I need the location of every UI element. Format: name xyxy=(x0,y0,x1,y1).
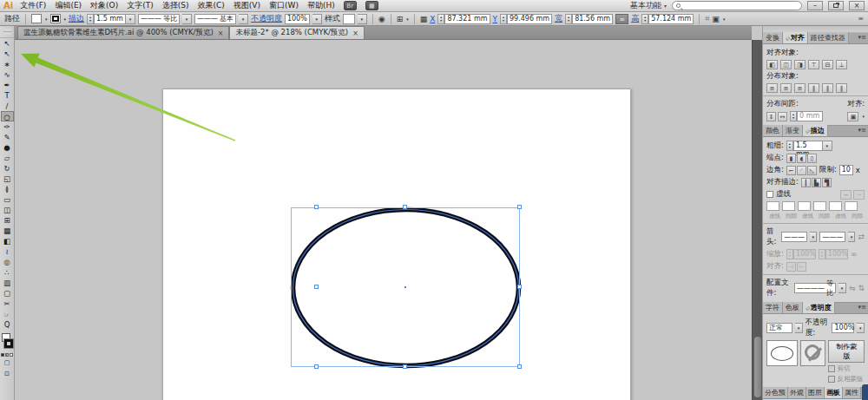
gap-field[interactable] xyxy=(813,201,826,211)
select-similar-icon[interactable]: ▣ xyxy=(712,15,720,23)
align-dash-icon[interactable]: ╌ xyxy=(853,190,865,200)
style-value[interactable] xyxy=(343,14,355,24)
fill-stroke-indicator[interactable] xyxy=(0,332,15,351)
profile-dropdown-icon[interactable]: ▾ xyxy=(182,14,192,24)
fill-dropdown-icon[interactable]: ▾ xyxy=(45,16,48,22)
selection-handle-w[interactable] xyxy=(314,285,319,289)
stroke-center-icon[interactable]: ┃ xyxy=(801,178,811,187)
stepper-arrows-icon[interactable]: ▴▾ xyxy=(87,14,94,24)
align-right-icon[interactable]: ◨ xyxy=(794,60,806,69)
arrow-scale-end[interactable]: 100% xyxy=(825,249,848,259)
y-label[interactable]: Y xyxy=(493,15,498,23)
link-scale-icon[interactable]: ∞ xyxy=(851,250,858,259)
gradient-tool[interactable]: ◧ xyxy=(1,236,14,246)
slice-tool[interactable]: ✂ xyxy=(1,298,14,309)
minimize-button[interactable]: – xyxy=(807,1,823,10)
dock-corner-grip[interactable] xyxy=(862,384,868,400)
tab-stroke[interactable]: ◇描边 xyxy=(803,125,828,136)
dash-field[interactable] xyxy=(766,201,779,211)
stroke-inside-icon[interactable]: ▙ xyxy=(812,178,821,187)
blend-mode-dropdown-icon[interactable]: ▾ xyxy=(795,323,803,333)
align-left-icon[interactable]: ◧ xyxy=(766,60,778,69)
scrollbar-thumb[interactable] xyxy=(754,337,761,397)
selection-handle-ne[interactable] xyxy=(517,205,522,209)
bevel-join-icon[interactable]: ◺ xyxy=(807,166,817,175)
opacity-value[interactable]: 100% xyxy=(832,323,854,333)
magic-wand-tool[interactable]: ∗ xyxy=(1,59,14,69)
tab-character[interactable]: 字符 xyxy=(763,302,783,313)
selection-tool[interactable]: ↖ xyxy=(1,38,14,49)
drawing-mode-icon[interactable]: ▢ xyxy=(1,358,14,368)
style-dropdown-icon[interactable]: ▾ xyxy=(358,14,367,24)
gap-field[interactable] xyxy=(782,201,795,211)
variable-width-profile-select[interactable]: ——— 等比 xyxy=(138,14,180,24)
width-label[interactable]: 宽 xyxy=(555,13,562,24)
stroke-swatch[interactable] xyxy=(50,14,61,23)
collapse-control-bar-icon[interactable]: ≡ xyxy=(858,15,864,23)
opacity-value[interactable]: 100% xyxy=(285,14,310,24)
distribute-left-icon[interactable]: ‖ xyxy=(808,83,819,93)
horizontal-space-icon[interactable]: ↔ xyxy=(778,112,787,121)
pencil-tool[interactable]: ✎ xyxy=(1,132,14,142)
document-tab-1[interactable]: 蓝生源氨糖软骨素维生素D钙片.ai @ 400% (CMYK/预览) × xyxy=(17,26,229,39)
menu-item[interactable]: 选择(S) xyxy=(162,0,189,11)
mask-thumbnail[interactable] xyxy=(800,340,826,366)
selection-handle-nw[interactable] xyxy=(314,205,319,209)
dash-field[interactable] xyxy=(798,201,811,211)
direct-selection-tool[interactable]: ↖ xyxy=(1,49,14,59)
tab-transparency[interactable]: ◇透明度 xyxy=(803,302,835,313)
align-options-icon[interactable]: ⊞ xyxy=(397,15,404,23)
menu-item[interactable]: 视图(V) xyxy=(233,0,260,11)
gradient-button[interactable] xyxy=(5,353,9,357)
restore-button[interactable] xyxy=(828,1,844,10)
profile-select[interactable]: ———— 等比 xyxy=(794,283,836,293)
reference-point-icon[interactable]: ▦ xyxy=(420,15,428,23)
ellipse-tool[interactable]: ○ xyxy=(1,111,14,121)
brush-dropdown-icon[interactable]: ▾ xyxy=(239,14,248,24)
lasso-tool[interactable]: ∿ xyxy=(1,69,14,80)
menu-item[interactable]: 编辑(E) xyxy=(55,0,82,11)
workspace-switcher[interactable]: 基本功能 ▾ xyxy=(630,0,667,11)
x-label[interactable]: X xyxy=(430,15,435,23)
document-tab-2[interactable]: 未标题-2* @ 218% (CMYK/预览) × xyxy=(229,26,364,39)
dashed-line-checkbox[interactable] xyxy=(766,191,773,198)
artboard-tool[interactable]: ▢ xyxy=(1,288,14,298)
selection-handle-sw[interactable] xyxy=(314,364,319,369)
tab-artboards[interactable]: 画板 xyxy=(825,387,843,398)
round-join-icon[interactable]: ◜ xyxy=(797,166,806,175)
screen-mode-icon[interactable]: ⊡ xyxy=(1,370,14,379)
distribute-center-h-icon[interactable]: ‖ xyxy=(822,83,833,93)
recolor-artwork-icon[interactable]: ◉ xyxy=(378,15,385,23)
tab-gradient[interactable]: 渐变 xyxy=(783,125,803,136)
tab-transform[interactable]: 变换 xyxy=(763,32,783,43)
spacing-stepper[interactable]: ▴▾ 0 mm xyxy=(790,111,823,121)
object-thumbnail[interactable] xyxy=(766,340,798,366)
distribute-top-icon[interactable]: ≡ xyxy=(766,83,778,93)
menu-item[interactable]: 对象(O) xyxy=(90,0,118,11)
selection-handle-s[interactable] xyxy=(403,364,407,369)
profile-dropdown-icon[interactable]: ▾ xyxy=(838,283,846,293)
close-tab-icon[interactable]: × xyxy=(218,30,224,37)
stroke-color-swatch[interactable] xyxy=(4,339,13,348)
eraser-tool[interactable]: ▱ xyxy=(1,153,14,163)
height-value[interactable]: 57.124 mm xyxy=(648,14,694,24)
scale-tool[interactable]: ◱ xyxy=(1,174,14,184)
tab-color[interactable]: 颜色 xyxy=(763,125,783,136)
stroke-panel-link[interactable]: 描边 xyxy=(69,13,84,24)
tab-properties[interactable]: 属性 xyxy=(843,387,861,398)
pen-tool[interactable]: ✒ xyxy=(1,80,14,90)
opacity-link[interactable]: 不透明度 xyxy=(251,13,282,24)
butt-cap-icon[interactable]: ▮ xyxy=(786,154,796,163)
invert-mask-checkbox[interactable] xyxy=(828,376,835,383)
opacity-dropdown-icon[interactable]: ▾ xyxy=(312,14,322,24)
paintbrush-tool[interactable]: ✑ xyxy=(1,121,14,132)
perspective-grid-tool[interactable]: ⊞ xyxy=(1,215,14,226)
zoom-tool[interactable]: Q xyxy=(1,319,14,330)
blend-mode-select[interactable]: 正常 xyxy=(766,323,792,333)
align-center-h-icon[interactable]: ◫ xyxy=(780,60,792,69)
arrow-scale-start[interactable]: 100% xyxy=(793,249,816,259)
blend-tool[interactable]: ◎ xyxy=(1,257,14,267)
make-mask-button[interactable]: 制作蒙版 xyxy=(828,340,865,363)
y-value[interactable]: 99.496 mm xyxy=(507,14,552,24)
transform-icon[interactable]: ⌗ xyxy=(705,14,709,23)
